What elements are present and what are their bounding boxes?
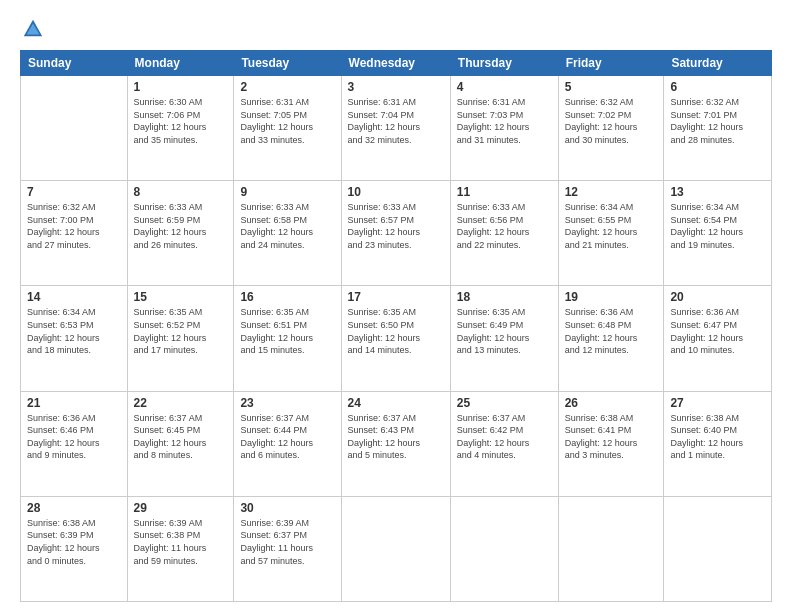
day-number: 14 — [27, 290, 121, 304]
page: SundayMondayTuesdayWednesdayThursdayFrid… — [0, 0, 792, 612]
day-cell-23: 23Sunrise: 6:37 AM Sunset: 6:44 PM Dayli… — [234, 391, 341, 496]
day-number: 22 — [134, 396, 228, 410]
day-number: 28 — [27, 501, 121, 515]
day-number: 17 — [348, 290, 444, 304]
day-number: 27 — [670, 396, 765, 410]
day-info: Sunrise: 6:37 AM Sunset: 6:45 PM Dayligh… — [134, 412, 228, 462]
day-cell-30: 30Sunrise: 6:39 AM Sunset: 6:37 PM Dayli… — [234, 496, 341, 601]
day-info: Sunrise: 6:36 AM Sunset: 6:48 PM Dayligh… — [565, 306, 658, 356]
day-info: Sunrise: 6:32 AM Sunset: 7:01 PM Dayligh… — [670, 96, 765, 146]
week-row-3: 14Sunrise: 6:34 AM Sunset: 6:53 PM Dayli… — [21, 286, 772, 391]
header — [20, 18, 772, 40]
day-cell-18: 18Sunrise: 6:35 AM Sunset: 6:49 PM Dayli… — [450, 286, 558, 391]
day-number: 24 — [348, 396, 444, 410]
weekday-header-saturday: Saturday — [664, 51, 772, 76]
day-number: 8 — [134, 185, 228, 199]
logo — [20, 18, 44, 40]
day-cell-13: 13Sunrise: 6:34 AM Sunset: 6:54 PM Dayli… — [664, 181, 772, 286]
day-cell-2: 2Sunrise: 6:31 AM Sunset: 7:05 PM Daylig… — [234, 76, 341, 181]
day-cell-27: 27Sunrise: 6:38 AM Sunset: 6:40 PM Dayli… — [664, 391, 772, 496]
day-cell-10: 10Sunrise: 6:33 AM Sunset: 6:57 PM Dayli… — [341, 181, 450, 286]
day-info: Sunrise: 6:38 AM Sunset: 6:41 PM Dayligh… — [565, 412, 658, 462]
weekday-header-row: SundayMondayTuesdayWednesdayThursdayFrid… — [21, 51, 772, 76]
day-info: Sunrise: 6:38 AM Sunset: 6:39 PM Dayligh… — [27, 517, 121, 567]
day-number: 21 — [27, 396, 121, 410]
day-cell-20: 20Sunrise: 6:36 AM Sunset: 6:47 PM Dayli… — [664, 286, 772, 391]
day-number: 4 — [457, 80, 552, 94]
day-cell-9: 9Sunrise: 6:33 AM Sunset: 6:58 PM Daylig… — [234, 181, 341, 286]
weekday-header-friday: Friday — [558, 51, 664, 76]
day-cell-12: 12Sunrise: 6:34 AM Sunset: 6:55 PM Dayli… — [558, 181, 664, 286]
week-row-1: 1Sunrise: 6:30 AM Sunset: 7:06 PM Daylig… — [21, 76, 772, 181]
day-cell-15: 15Sunrise: 6:35 AM Sunset: 6:52 PM Dayli… — [127, 286, 234, 391]
day-cell-5: 5Sunrise: 6:32 AM Sunset: 7:02 PM Daylig… — [558, 76, 664, 181]
day-info: Sunrise: 6:35 AM Sunset: 6:50 PM Dayligh… — [348, 306, 444, 356]
weekday-header-monday: Monday — [127, 51, 234, 76]
logo-icon — [22, 18, 44, 40]
day-info: Sunrise: 6:35 AM Sunset: 6:51 PM Dayligh… — [240, 306, 334, 356]
day-cell-16: 16Sunrise: 6:35 AM Sunset: 6:51 PM Dayli… — [234, 286, 341, 391]
day-number: 3 — [348, 80, 444, 94]
day-cell-19: 19Sunrise: 6:36 AM Sunset: 6:48 PM Dayli… — [558, 286, 664, 391]
day-number: 2 — [240, 80, 334, 94]
day-cell-25: 25Sunrise: 6:37 AM Sunset: 6:42 PM Dayli… — [450, 391, 558, 496]
day-info: Sunrise: 6:34 AM Sunset: 6:53 PM Dayligh… — [27, 306, 121, 356]
day-number: 23 — [240, 396, 334, 410]
day-cell-6: 6Sunrise: 6:32 AM Sunset: 7:01 PM Daylig… — [664, 76, 772, 181]
empty-cell — [558, 496, 664, 601]
week-row-5: 28Sunrise: 6:38 AM Sunset: 6:39 PM Dayli… — [21, 496, 772, 601]
day-cell-14: 14Sunrise: 6:34 AM Sunset: 6:53 PM Dayli… — [21, 286, 128, 391]
day-cell-11: 11Sunrise: 6:33 AM Sunset: 6:56 PM Dayli… — [450, 181, 558, 286]
day-cell-24: 24Sunrise: 6:37 AM Sunset: 6:43 PM Dayli… — [341, 391, 450, 496]
day-number: 12 — [565, 185, 658, 199]
day-cell-29: 29Sunrise: 6:39 AM Sunset: 6:38 PM Dayli… — [127, 496, 234, 601]
day-info: Sunrise: 6:32 AM Sunset: 7:00 PM Dayligh… — [27, 201, 121, 251]
weekday-header-wednesday: Wednesday — [341, 51, 450, 76]
day-info: Sunrise: 6:37 AM Sunset: 6:44 PM Dayligh… — [240, 412, 334, 462]
day-info: Sunrise: 6:35 AM Sunset: 6:52 PM Dayligh… — [134, 306, 228, 356]
day-number: 1 — [134, 80, 228, 94]
day-info: Sunrise: 6:31 AM Sunset: 7:03 PM Dayligh… — [457, 96, 552, 146]
day-number: 10 — [348, 185, 444, 199]
day-info: Sunrise: 6:39 AM Sunset: 6:38 PM Dayligh… — [134, 517, 228, 567]
day-info: Sunrise: 6:31 AM Sunset: 7:05 PM Dayligh… — [240, 96, 334, 146]
day-cell-21: 21Sunrise: 6:36 AM Sunset: 6:46 PM Dayli… — [21, 391, 128, 496]
day-number: 9 — [240, 185, 334, 199]
day-info: Sunrise: 6:36 AM Sunset: 6:46 PM Dayligh… — [27, 412, 121, 462]
day-number: 18 — [457, 290, 552, 304]
day-number: 30 — [240, 501, 334, 515]
day-info: Sunrise: 6:33 AM Sunset: 6:58 PM Dayligh… — [240, 201, 334, 251]
day-number: 11 — [457, 185, 552, 199]
day-info: Sunrise: 6:33 AM Sunset: 6:57 PM Dayligh… — [348, 201, 444, 251]
day-info: Sunrise: 6:33 AM Sunset: 6:59 PM Dayligh… — [134, 201, 228, 251]
day-number: 13 — [670, 185, 765, 199]
day-cell-7: 7Sunrise: 6:32 AM Sunset: 7:00 PM Daylig… — [21, 181, 128, 286]
day-info: Sunrise: 6:35 AM Sunset: 6:49 PM Dayligh… — [457, 306, 552, 356]
calendar-table: SundayMondayTuesdayWednesdayThursdayFrid… — [20, 50, 772, 602]
day-info: Sunrise: 6:37 AM Sunset: 6:42 PM Dayligh… — [457, 412, 552, 462]
day-number: 15 — [134, 290, 228, 304]
day-cell-3: 3Sunrise: 6:31 AM Sunset: 7:04 PM Daylig… — [341, 76, 450, 181]
day-info: Sunrise: 6:31 AM Sunset: 7:04 PM Dayligh… — [348, 96, 444, 146]
day-number: 26 — [565, 396, 658, 410]
day-cell-26: 26Sunrise: 6:38 AM Sunset: 6:41 PM Dayli… — [558, 391, 664, 496]
day-info: Sunrise: 6:36 AM Sunset: 6:47 PM Dayligh… — [670, 306, 765, 356]
day-number: 19 — [565, 290, 658, 304]
week-row-2: 7Sunrise: 6:32 AM Sunset: 7:00 PM Daylig… — [21, 181, 772, 286]
day-info: Sunrise: 6:34 AM Sunset: 6:55 PM Dayligh… — [565, 201, 658, 251]
day-cell-1: 1Sunrise: 6:30 AM Sunset: 7:06 PM Daylig… — [127, 76, 234, 181]
day-info: Sunrise: 6:33 AM Sunset: 6:56 PM Dayligh… — [457, 201, 552, 251]
day-number: 5 — [565, 80, 658, 94]
day-number: 6 — [670, 80, 765, 94]
week-row-4: 21Sunrise: 6:36 AM Sunset: 6:46 PM Dayli… — [21, 391, 772, 496]
day-number: 16 — [240, 290, 334, 304]
day-number: 25 — [457, 396, 552, 410]
weekday-header-thursday: Thursday — [450, 51, 558, 76]
day-number: 7 — [27, 185, 121, 199]
day-cell-28: 28Sunrise: 6:38 AM Sunset: 6:39 PM Dayli… — [21, 496, 128, 601]
day-cell-8: 8Sunrise: 6:33 AM Sunset: 6:59 PM Daylig… — [127, 181, 234, 286]
weekday-header-sunday: Sunday — [21, 51, 128, 76]
day-info: Sunrise: 6:30 AM Sunset: 7:06 PM Dayligh… — [134, 96, 228, 146]
day-info: Sunrise: 6:39 AM Sunset: 6:37 PM Dayligh… — [240, 517, 334, 567]
day-cell-22: 22Sunrise: 6:37 AM Sunset: 6:45 PM Dayli… — [127, 391, 234, 496]
